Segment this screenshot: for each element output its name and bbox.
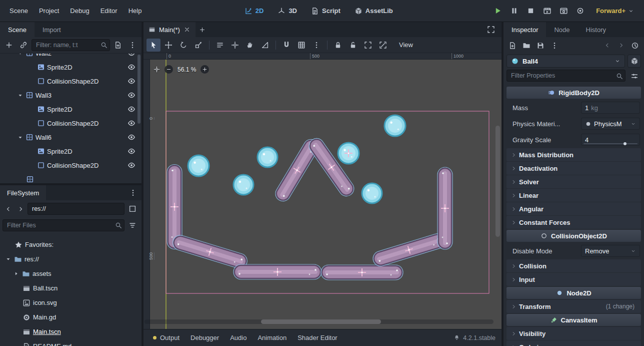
ball[interactable] [188,155,209,176]
ball[interactable] [234,175,254,195]
tab-inspector[interactable]: Inspector [504,22,546,37]
expand-arrow-icon[interactable] [13,270,20,277]
fs-path-field[interactable] [28,203,124,215]
play-button[interactable] [490,4,506,19]
edit-pivot-tool-button[interactable] [228,39,242,52]
property-physics-materi-field[interactable]: PhysicsM [581,118,640,130]
scene-filter-input[interactable] [32,39,110,51]
property-tools-button[interactable] [628,70,641,83]
edit-history-button[interactable] [628,39,642,52]
menu-debug[interactable]: Debug [64,0,94,22]
wall-bar[interactable] [171,233,249,270]
select-tool-button[interactable] [146,39,160,52]
bottom-panel-animation[interactable]: Animation [252,329,292,346]
group-ordering[interactable]: Ordering [506,340,641,346]
fs-filter-input[interactable] [2,219,124,231]
node-selector[interactable]: Ball4 [506,55,625,68]
new-scene-tab-button[interactable] [196,22,210,37]
scene-tree-scrollbar[interactable] [138,55,140,124]
fs-forward-button[interactable] [15,203,26,215]
visibility-toggle-icon[interactable] [128,161,136,169]
viewport-canvas[interactable]: 05001000 0500 56.1 % [144,53,502,329]
history-back-button[interactable] [600,39,614,52]
history-forward-button[interactable] [614,39,628,52]
group-collision[interactable]: Collision [506,259,641,272]
fs-sort-button[interactable] [126,219,139,232]
group-linear[interactable]: Linear [506,189,641,202]
visibility-toggle-icon[interactable] [128,147,136,155]
wall-bar[interactable] [438,167,452,249]
scale-tool-button[interactable] [192,39,206,52]
load-resource-button[interactable] [520,39,533,52]
scene-node-row[interactable]: Wall6 [0,130,142,144]
new-resource-button[interactable] [506,39,519,52]
menu-scene[interactable]: Scene [4,0,34,22]
visibility-toggle-icon[interactable] [128,91,136,99]
rotate-tool-button[interactable] [176,39,190,52]
horizontal-scrollbar[interactable] [144,319,494,324]
instance-scene-button[interactable] [17,39,30,52]
scene-node-row[interactable]: Wall2 [0,54,142,60]
file-row[interactable]: Main.tscn [0,324,142,339]
distraction-free-button[interactable] [484,23,498,36]
tab-node[interactable]: Node [546,22,578,37]
bottom-panel-audio[interactable]: Audio [224,329,252,346]
property-mass-field[interactable]: 1kg [581,102,640,114]
attach-script-button[interactable] [112,39,124,52]
save-resource-button[interactable] [534,39,547,52]
close-tab-icon[interactable] [184,26,190,33]
collapse-arrow-icon[interactable] [5,256,12,262]
extra-resource-options-button[interactable] [628,55,641,68]
menu-project[interactable]: Project [34,0,64,22]
move-tool-button[interactable] [162,39,176,52]
wall-bar[interactable] [234,264,322,279]
file-row[interactable]: res:// [0,252,142,266]
stop-button[interactable] [523,4,538,19]
renderer-select[interactable]: Forward+ [592,7,638,15]
scene-node-row[interactable]: CollisionShape2D [0,74,142,88]
property-filter-input[interactable] [506,70,626,82]
scene-tab-main[interactable]: Main(*) [144,22,196,37]
tab-import[interactable]: Import [34,22,69,37]
menu-help[interactable]: Help [123,0,148,22]
scene-node-row[interactable]: CollisionShape2D [0,116,142,130]
collapse-arrow-icon[interactable] [17,54,24,57]
wall-bar[interactable] [321,265,403,280]
file-row[interactable]: assets [0,266,142,281]
list-select-tool-button[interactable] [213,39,227,52]
add-node-button[interactable] [2,39,16,52]
lock-tool-button[interactable] [331,39,345,52]
play-scene-button[interactable] [540,4,555,19]
mode-2d[interactable]: 2D [238,4,270,19]
zoom-in-button[interactable] [200,65,209,74]
scene-node-row[interactable]: Sprite2D [0,102,142,116]
ball[interactable] [362,183,382,203]
group-tool-button[interactable] [361,39,375,52]
visibility-toggle-icon[interactable] [128,77,136,85]
group-visibility[interactable]: Visibility [506,327,641,340]
property-gravity-scale-field[interactable]: 4 [581,134,640,146]
fs-split-mode-button[interactable] [126,202,139,215]
bottom-panel-debugger[interactable]: Debugger [185,329,224,346]
scene-node-row[interactable]: Sprite2D [0,144,142,158]
mode-3d[interactable]: 3D [272,4,303,19]
mode-script[interactable]: Script [305,4,346,19]
file-row[interactable]: Favorites: [0,237,142,252]
vertical-scrollbar-thumb[interactable] [496,126,500,237]
scene-node-row[interactable]: CollisionShape2D [0,158,142,172]
menu-editor[interactable]: Editor [95,0,123,22]
scene-menu-button[interactable] [126,39,139,52]
scene-node-row[interactable]: Sprite2D [0,60,142,74]
visibility-toggle-icon[interactable] [128,119,136,127]
resource-menu-button[interactable] [548,39,561,52]
wall-bar[interactable] [371,232,446,268]
pause-button[interactable] [506,4,522,19]
center-view-icon[interactable] [154,66,160,73]
visibility-toggle-icon[interactable] [128,63,136,71]
ruler-tool-button[interactable] [258,39,272,52]
ball[interactable] [338,143,359,164]
scene-node-row[interactable] [0,172,142,183]
visibility-toggle-icon[interactable] [128,54,136,57]
filesystem-tab[interactable]: FileSystem [0,185,46,200]
fs-back-button[interactable] [2,203,14,215]
